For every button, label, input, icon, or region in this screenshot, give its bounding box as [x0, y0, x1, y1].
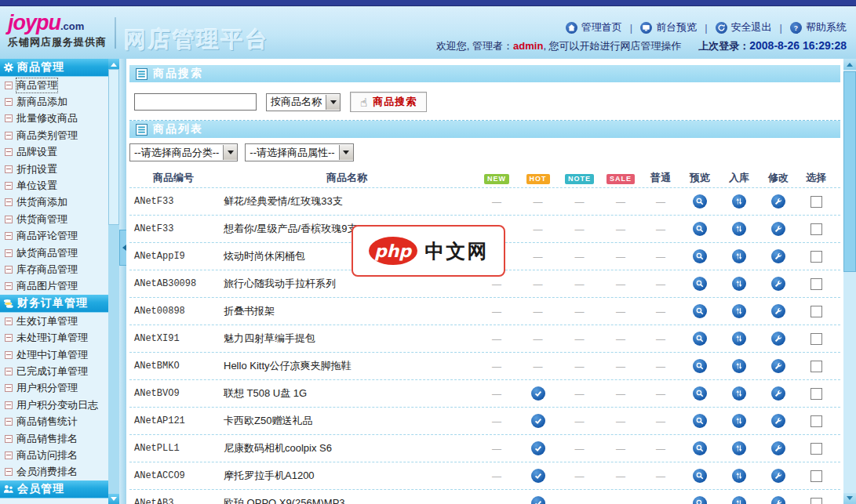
row-checkbox[interactable]: [810, 196, 822, 208]
sidebar-scroll-thumb[interactable]: [108, 69, 119, 225]
dash-placeholder: —: [616, 416, 625, 427]
sidebar-item[interactable]: 用户积分管理: [0, 380, 108, 397]
edit-icon[interactable]: [771, 194, 785, 208]
page-scrollbar[interactable]: [843, 59, 856, 504]
stock-icon[interactable]: [732, 332, 746, 346]
sidebar-item-label: 商品销售统计: [16, 415, 78, 429]
row-checkbox[interactable]: [810, 388, 822, 400]
edit-icon[interactable]: [771, 304, 785, 318]
attribute-select[interactable]: --请选择商品属性--: [245, 143, 353, 161]
stock-icon[interactable]: [732, 222, 746, 236]
edit-icon[interactable]: [771, 496, 785, 504]
row-checkbox[interactable]: [810, 306, 822, 317]
nav-safe-logout[interactable]: 安全退出: [716, 20, 772, 34]
preview-icon[interactable]: [693, 496, 707, 504]
preview-icon[interactable]: [693, 414, 707, 428]
stock-icon[interactable]: [732, 249, 746, 263]
sidebar-scroll-up-icon[interactable]: [108, 59, 119, 69]
row-checkbox[interactable]: [810, 278, 822, 290]
sidebar-item[interactable]: 用户积分变动日志: [0, 397, 108, 413]
edit-icon[interactable]: [771, 249, 785, 263]
sidebar-item[interactable]: 会员消费排名: [0, 464, 108, 480]
preview-icon[interactable]: [693, 359, 707, 373]
sidebar-item[interactable]: 未处理订单管理: [0, 329, 108, 346]
action-cell: [680, 414, 719, 428]
edit-icon[interactable]: [771, 469, 785, 483]
edit-icon[interactable]: [771, 277, 785, 291]
sidebar-item[interactable]: 缺货商品管理: [0, 245, 108, 261]
row-checkbox[interactable]: [810, 415, 822, 427]
sidebar-item[interactable]: 库存商品管理: [0, 261, 108, 277]
stock-icon[interactable]: [732, 194, 746, 208]
sidebar-section-member-management[interactable]: 会员管理: [0, 480, 108, 499]
dash-placeholder: —: [534, 252, 543, 263]
sidebar-scrollbar[interactable]: [108, 59, 119, 504]
sidebar-item[interactable]: 供货商添加: [0, 194, 108, 211]
preview-icon[interactable]: [693, 277, 707, 291]
stock-icon[interactable]: [732, 386, 746, 401]
sidebar-item[interactable]: 折扣设置: [0, 161, 108, 177]
page-scroll-up-icon[interactable]: [843, 59, 856, 70]
stock-icon[interactable]: [732, 359, 746, 373]
edit-icon[interactable]: [771, 359, 785, 373]
column-header: NOTE: [559, 172, 600, 184]
preview-icon[interactable]: [693, 194, 707, 208]
row-checkbox[interactable]: [810, 333, 822, 345]
row-checkbox[interactable]: [810, 443, 822, 455]
sidebar-section-product-management[interactable]: 商品管理: [0, 59, 108, 77]
search-type-select[interactable]: 按商品名称: [266, 93, 341, 111]
row-checkbox[interactable]: [810, 223, 822, 235]
preview-icon[interactable]: [693, 386, 707, 401]
stock-icon[interactable]: [732, 414, 746, 428]
sidebar-item[interactable]: 处理中订单管理: [0, 346, 108, 363]
sidebar-item[interactable]: 商品图片管理: [0, 278, 108, 295]
sidebar-item-label: 商品图片管理: [16, 279, 78, 293]
nav-admin-home[interactable]: 管理首页: [566, 20, 622, 34]
search-input[interactable]: [134, 93, 257, 111]
category-select[interactable]: --请选择商品分类--: [129, 143, 238, 161]
stock-icon[interactable]: [732, 304, 746, 318]
sidebar-item[interactable]: 新商品添加: [0, 93, 108, 110]
sidebar-item[interactable]: 批量修改商品: [0, 111, 108, 127]
stock-icon[interactable]: [732, 496, 746, 504]
page-scroll-thumb[interactable]: [843, 71, 856, 272]
preview-icon[interactable]: [693, 441, 707, 455]
product-search-button[interactable]: ☝ 商品搜索: [350, 92, 427, 112]
sidebar-item[interactable]: 供货商管理: [0, 211, 108, 227]
column-header: 修改: [759, 171, 798, 185]
row-checkbox[interactable]: [810, 470, 822, 482]
sidebar-item[interactable]: 单位设置: [0, 177, 108, 194]
edit-icon[interactable]: [771, 441, 785, 455]
page-scroll-down-icon[interactable]: [843, 493, 856, 504]
sidebar-item[interactable]: 品牌设置: [0, 144, 108, 161]
edit-icon[interactable]: [771, 414, 785, 428]
sidebar-item[interactable]: 商品销售统计: [0, 413, 108, 430]
row-checkbox[interactable]: [810, 498, 822, 504]
edit-icon[interactable]: [771, 332, 785, 346]
sidebar-item[interactable]: 商品类别管理: [0, 127, 108, 143]
stock-icon[interactable]: [732, 469, 746, 483]
sidebar-item[interactable]: 生效订单管理: [0, 313, 108, 329]
check-icon: [531, 441, 545, 455]
sidebar-scroll-down-icon[interactable]: [108, 494, 119, 504]
nav-front-preview[interactable]: 前台预览: [640, 20, 697, 34]
preview-icon[interactable]: [693, 304, 707, 318]
row-checkbox[interactable]: [810, 251, 822, 263]
preview-icon[interactable]: [693, 249, 707, 263]
stock-icon[interactable]: [732, 441, 746, 455]
sidebar-item[interactable]: 商品销售排名: [0, 430, 108, 447]
sidebar-item[interactable]: 商品管理: [0, 77, 108, 93]
row-checkbox[interactable]: [810, 361, 822, 372]
preview-icon[interactable]: [693, 469, 707, 483]
sidebar-item[interactable]: 商品访问排名: [0, 447, 108, 463]
stock-icon[interactable]: [732, 277, 746, 291]
edit-icon[interactable]: [771, 386, 785, 401]
nav-help-system[interactable]: ?帮助系统: [790, 20, 847, 34]
welcome-prefix: 欢迎您, 管理者：: [436, 40, 513, 52]
sidebar-item[interactable]: 商品评论管理: [0, 228, 108, 245]
sidebar-section-finance-order-management[interactable]: 财务订单管理: [0, 295, 108, 313]
sidebar-item[interactable]: 已完成订单管理: [0, 363, 108, 379]
preview-icon[interactable]: [693, 332, 707, 346]
preview-icon[interactable]: [693, 222, 707, 236]
edit-icon[interactable]: [771, 222, 785, 236]
